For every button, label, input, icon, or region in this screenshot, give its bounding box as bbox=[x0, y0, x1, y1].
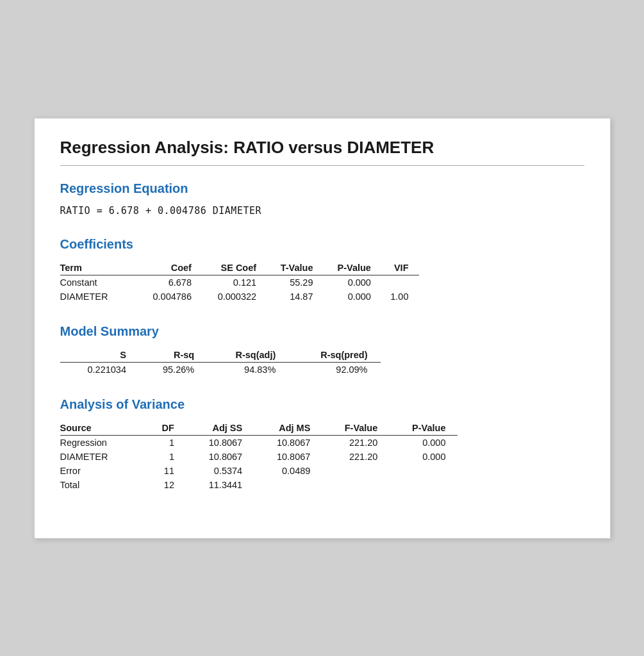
regression-equation-text: RATIO = 6.678 + 0.004786 DIAMETER bbox=[60, 205, 584, 217]
coef-diameter-coef: 0.004786 bbox=[137, 290, 202, 304]
anova-diameter-adj-ss: 10.8067 bbox=[186, 450, 254, 464]
coef-diameter-t: 14.87 bbox=[267, 290, 323, 304]
coef-constant-se: 0.121 bbox=[202, 275, 267, 290]
anova-header-source: Source bbox=[60, 421, 150, 436]
model-summary-title: Model Summary bbox=[60, 324, 584, 339]
anova-regression-source: Regression bbox=[60, 435, 150, 450]
coefficients-section: Coefficients Term Coef SE Coef T-Value P… bbox=[60, 237, 584, 304]
coef-header-se-coef: SE Coef bbox=[202, 261, 267, 275]
coefficients-title: Coefficients bbox=[60, 237, 584, 252]
anova-regression-adj-ss: 10.8067 bbox=[186, 435, 254, 450]
coef-constant-coef: 6.678 bbox=[137, 275, 202, 290]
anova-header-f-value: F-Value bbox=[322, 421, 389, 436]
anova-error-f bbox=[322, 464, 389, 478]
anova-error-adj-ms: 0.0489 bbox=[254, 464, 322, 478]
anova-error-adj-ss: 0.5374 bbox=[186, 464, 254, 478]
anova-total-f bbox=[322, 478, 389, 492]
summary-header-rsq: R-sq bbox=[139, 348, 207, 363]
summary-rsq-adj-value: 94.83% bbox=[207, 362, 288, 377]
table-row: DIAMETER 0.004786 0.000322 14.87 0.000 1… bbox=[60, 290, 419, 304]
summary-header-rsq-adj: R-sq(adj) bbox=[207, 348, 288, 363]
anova-total-adj-ss: 11.3441 bbox=[186, 478, 254, 492]
table-row: Error 11 0.5374 0.0489 bbox=[60, 464, 458, 478]
coef-header-vif: VIF bbox=[381, 261, 419, 275]
anova-title: Analysis of Variance bbox=[60, 397, 584, 412]
main-card: Regression Analysis: RATIO versus DIAMET… bbox=[34, 118, 611, 539]
regression-equation-title: Regression Equation bbox=[60, 181, 584, 196]
anova-header-adj-ms: Adj MS bbox=[254, 421, 322, 436]
table-row: Total 12 11.3441 bbox=[60, 478, 458, 492]
coef-header-term: Term bbox=[60, 261, 137, 275]
summary-rsq-pred-value: 92.09% bbox=[288, 362, 380, 377]
anova-total-p bbox=[389, 478, 457, 492]
anova-diameter-adj-ms: 10.8067 bbox=[254, 450, 322, 464]
model-summary-section: Model Summary S R-sq R-sq(adj) R-sq(pred… bbox=[60, 324, 584, 377]
coef-header-row: Term Coef SE Coef T-Value P-Value VIF bbox=[60, 261, 419, 275]
anova-header-p-value: P-Value bbox=[389, 421, 457, 436]
coef-constant-vif bbox=[381, 275, 419, 290]
anova-total-adj-ms bbox=[254, 478, 322, 492]
table-row: Regression 1 10.8067 10.8067 221.20 0.00… bbox=[60, 435, 458, 450]
table-row: DIAMETER 1 10.8067 10.8067 221.20 0.000 bbox=[60, 450, 458, 464]
coef-diameter-se: 0.000322 bbox=[202, 290, 267, 304]
anova-regression-p: 0.000 bbox=[389, 435, 457, 450]
summary-header-row: S R-sq R-sq(adj) R-sq(pred) bbox=[60, 348, 381, 363]
anova-regression-f: 221.20 bbox=[322, 435, 389, 450]
title-divider bbox=[60, 165, 584, 166]
anova-diameter-f: 221.20 bbox=[322, 450, 389, 464]
coef-header-p-value: P-Value bbox=[323, 261, 381, 275]
summary-header-s: S bbox=[60, 348, 140, 363]
summary-s-value: 0.221034 bbox=[60, 362, 140, 377]
coef-diameter-vif: 1.00 bbox=[381, 290, 419, 304]
anova-total-source: Total bbox=[60, 478, 150, 492]
anova-error-p bbox=[389, 464, 457, 478]
main-title: Regression Analysis: RATIO versus DIAMET… bbox=[60, 138, 584, 158]
anova-regression-adj-ms: 10.8067 bbox=[254, 435, 322, 450]
model-summary-table: S R-sq R-sq(adj) R-sq(pred) 0.221034 95.… bbox=[60, 348, 381, 377]
anova-header-row: Source DF Adj SS Adj MS F-Value P-Value bbox=[60, 421, 458, 436]
table-row: Constant 6.678 0.121 55.29 0.000 bbox=[60, 275, 419, 290]
anova-header-df: DF bbox=[150, 421, 186, 436]
coef-diameter-p: 0.000 bbox=[323, 290, 381, 304]
anova-header-adj-ss: Adj SS bbox=[186, 421, 254, 436]
coefficients-table: Term Coef SE Coef T-Value P-Value VIF Co… bbox=[60, 261, 419, 304]
coef-constant-term: Constant bbox=[60, 275, 137, 290]
anova-error-source: Error bbox=[60, 464, 150, 478]
table-row: 0.221034 95.26% 94.83% 92.09% bbox=[60, 362, 381, 377]
coef-constant-t: 55.29 bbox=[267, 275, 323, 290]
anova-table: Source DF Adj SS Adj MS F-Value P-Value … bbox=[60, 421, 458, 492]
coef-constant-p: 0.000 bbox=[323, 275, 381, 290]
summary-header-rsq-pred: R-sq(pred) bbox=[288, 348, 380, 363]
coef-header-t-value: T-Value bbox=[267, 261, 323, 275]
anova-error-df: 11 bbox=[150, 464, 186, 478]
anova-diameter-df: 1 bbox=[150, 450, 186, 464]
regression-equation-section: Regression Equation RATIO = 6.678 + 0.00… bbox=[60, 181, 584, 217]
anova-regression-df: 1 bbox=[150, 435, 186, 450]
anova-total-df: 12 bbox=[150, 478, 186, 492]
anova-diameter-p: 0.000 bbox=[389, 450, 457, 464]
anova-diameter-source: DIAMETER bbox=[60, 450, 150, 464]
coef-header-coef: Coef bbox=[137, 261, 202, 275]
coef-diameter-term: DIAMETER bbox=[60, 290, 137, 304]
anova-section: Analysis of Variance Source DF Adj SS Ad… bbox=[60, 397, 584, 492]
summary-rsq-value: 95.26% bbox=[139, 362, 207, 377]
